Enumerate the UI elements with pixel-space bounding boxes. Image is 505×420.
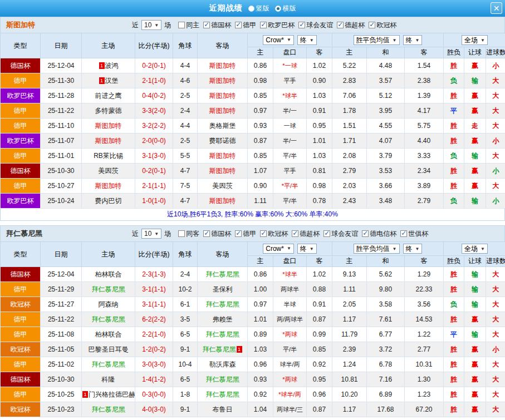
filter-同客[interactable]: 同客 [178, 229, 199, 239]
games-label: 场 [164, 229, 171, 239]
result-wdl: 胜 [444, 402, 464, 417]
avg-home: 9.13 [332, 267, 367, 282]
corners: 10-4 [173, 357, 198, 372]
checkbox-checked-icon[interactable] [235, 22, 242, 28]
checkbox-checked-icon[interactable] [362, 230, 369, 237]
scope-select[interactable]: 全场▼ [462, 35, 488, 45]
odds-away: 0.99 [307, 327, 332, 342]
odds-final-select-value: 终 [300, 244, 307, 254]
filter-label: 德电信杯 [370, 229, 396, 239]
away-team: 斯图加特 [198, 149, 248, 164]
subcol-header: 进球数 [486, 256, 505, 267]
filter-世俱杯[interactable]: 世俱杯 [400, 229, 428, 239]
checkbox-checked-icon[interactable] [400, 230, 407, 237]
radio-horizontal[interactable]: 横版 [275, 4, 296, 13]
filter-欧罗巴杯[interactable]: 欧罗巴杯 [260, 21, 295, 30]
odds-final-select[interactable]: 终▼ [297, 244, 317, 254]
league-type-badge: 德甲 [1, 103, 41, 118]
avg-final-select[interactable]: 终▼ [403, 244, 423, 254]
scope-select[interactable]: 全场▼ [462, 244, 488, 254]
recent-count-select[interactable]: 10▼ [141, 20, 161, 30]
avg-away: 3.33 [405, 149, 444, 164]
odds-home: 0.89 [248, 327, 273, 342]
away-team: 拜仁慕尼黑 [198, 387, 248, 402]
home-team: 斯图加特 [82, 118, 135, 134]
odds-home: 0.86 [248, 58, 273, 73]
handicap: 两球半 [273, 282, 307, 297]
checkbox-unchecked-icon[interactable] [178, 22, 185, 28]
checkbox-checked-icon[interactable] [203, 22, 210, 28]
home-team: 拜仁慕尼黑 [82, 402, 135, 417]
match-date: 25-10-30 [41, 164, 82, 179]
checkbox-checked-icon[interactable] [235, 230, 242, 237]
avg-select[interactable]: 胜平负均值▼ [354, 244, 400, 254]
odds-home: 0.93 [248, 372, 273, 387]
filter-德电信杯[interactable]: 德电信杯 [362, 229, 396, 239]
checkbox-checked-icon[interactable] [298, 22, 305, 28]
filter-欧冠杯[interactable]: 欧冠杯 [260, 229, 288, 239]
chevron-down-icon: ▼ [481, 38, 485, 43]
col-header: 主场 [82, 33, 135, 58]
checkbox-checked-icon[interactable] [260, 22, 267, 28]
result-wdl: 平 [444, 103, 464, 118]
checkbox-checked-icon[interactable] [337, 22, 344, 28]
odds-source-select[interactable]: Crow*▼ [263, 35, 294, 45]
avg-home: 2.83 [332, 73, 367, 88]
odds-away: 1.02 [307, 267, 332, 282]
avg-home: 1.24 [332, 357, 367, 372]
away-team-name: 圣保利 [213, 285, 233, 293]
avg-select[interactable]: 胜平负均值▼ [354, 35, 400, 45]
match-date: 25-12-04 [41, 267, 82, 282]
filter-德甲[interactable]: 德甲 [235, 21, 256, 30]
chevron-down-icon: ▼ [393, 246, 397, 251]
col-header-group: 全场▼ [444, 33, 505, 47]
odds-source-select[interactable]: Crow*▼ [263, 244, 294, 254]
filter-德国杯[interactable]: 德国杯 [203, 229, 231, 239]
table-row: 欧冠杯25-11-05巴黎圣日耳曼1-2(0-2)9-1拜仁慕尼黑11.03平/… [1, 342, 505, 357]
odds-final-select[interactable]: 终▼ [297, 35, 317, 45]
radio-vertical[interactable]: 竖版 [248, 4, 269, 13]
checkbox-checked-icon[interactable] [203, 230, 210, 237]
match-date: 25-11-08 [41, 327, 82, 342]
away-team: 拜仁慕尼黑 [198, 327, 248, 342]
match-date: 25-11-29 [41, 282, 82, 297]
filter-德超杯[interactable]: 德超杯 [337, 21, 365, 30]
avg-away: 1.23 [405, 387, 444, 402]
odds-home: 0.98 [248, 73, 273, 88]
table-row: 德甲25-11-01RB莱比锡3-1(3-0)5-5斯图加特0.85平/半1.0… [1, 149, 505, 164]
checkbox-unchecked-icon[interactable] [178, 230, 185, 237]
red-card-badge: 1 [237, 346, 242, 353]
handicap: 平/半 [273, 149, 307, 164]
checkbox-checked-icon[interactable] [369, 22, 375, 28]
filter-球会友谊[interactable]: 球会友谊 [323, 229, 358, 239]
checkbox-checked-icon[interactable] [260, 230, 267, 237]
filter-德国杯[interactable]: 德国杯 [203, 21, 231, 30]
avg-away: 1.22 [405, 327, 444, 342]
filter-德超杯[interactable]: 德超杯 [292, 229, 320, 239]
filter-同主[interactable]: 同主 [178, 21, 199, 30]
filter-欧冠杯[interactable]: 欧冠杯 [369, 21, 396, 30]
recent-count-select[interactable]: 10▼ [141, 229, 161, 239]
home-team: RB莱比锡 [82, 149, 135, 164]
away-team: 斯图加特 [198, 164, 248, 179]
odds-source-select-value: Crow* [266, 36, 284, 44]
result-wdl: 负 [444, 194, 464, 209]
corners: 1-8 [173, 387, 198, 402]
checkbox-checked-icon[interactable] [292, 230, 298, 237]
checkbox-checked-icon[interactable] [323, 230, 330, 237]
result-handicap: 输 [464, 297, 486, 312]
close-button[interactable]: ✕ [491, 2, 502, 14]
filter-德甲[interactable]: 德甲 [235, 229, 256, 239]
avg-away: 14.53 [405, 312, 444, 327]
handicap: 平/半 [273, 194, 307, 209]
avg-home: 10.20 [332, 387, 367, 402]
home-team-name: 阿森纳 [99, 300, 119, 308]
match-date: 25-10-24 [41, 194, 82, 209]
odds-away: 0.92 [307, 357, 332, 372]
filter-球会友谊[interactable]: 球会友谊 [298, 21, 333, 30]
subcol-header: 客 [307, 256, 332, 267]
avg-final-select[interactable]: 终▼ [403, 35, 423, 45]
col-header-group: 胜平负均值▼终▼ [332, 242, 444, 256]
match-score: 3-1(1-1) [135, 282, 173, 297]
filter-label: 德甲 [243, 229, 256, 239]
